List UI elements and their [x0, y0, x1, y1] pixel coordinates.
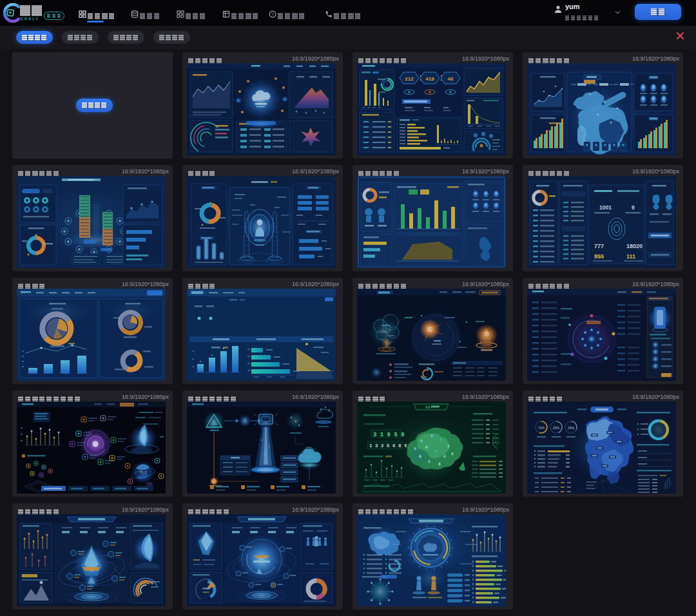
- svg-text:?: ?: [271, 12, 274, 17]
